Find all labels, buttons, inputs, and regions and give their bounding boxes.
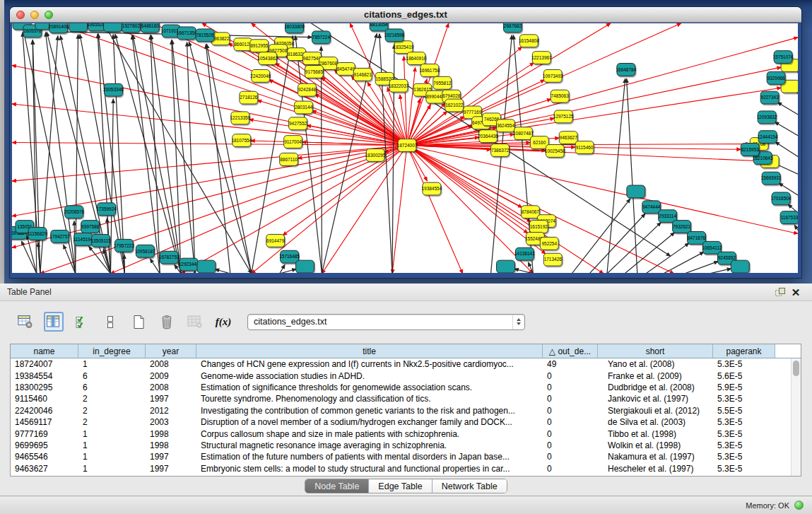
graph-node[interactable]: 1621022: [445, 99, 464, 112]
graph-node[interactable]: 1167533: [780, 211, 798, 224]
column-header-title[interactable]: title: [196, 344, 543, 358]
graph-node[interactable]: 18640910: [406, 52, 427, 65]
network-canvas[interactable]: 1872400718300295193845547963822866012889…: [12, 23, 798, 273]
clear-selection-icon[interactable]: [100, 312, 120, 332]
graph-node[interactable]: [296, 260, 314, 273]
graph-node[interactable]: [69, 23, 88, 32]
graph-node[interactable]: 8215953: [741, 144, 759, 156]
table-row[interactable]: 946362711997Embryonic stem cells: a mode…: [11, 463, 791, 474]
float-panel-icon[interactable]: [772, 285, 788, 299]
graph-node[interactable]: 9329966: [767, 71, 785, 84]
graph-edge[interactable]: [775, 142, 798, 157]
graph-node[interactable]: 10025458: [545, 145, 565, 158]
graph-node[interactable]: 7955812: [433, 76, 452, 89]
graph-node[interactable]: 18107554: [231, 134, 252, 147]
graph-node[interactable]: 15751074: [773, 51, 794, 64]
tab-network-table[interactable]: Network Table: [433, 479, 507, 493]
scrollbar-thumb[interactable]: [793, 361, 799, 376]
select-all-icon[interactable]: [72, 312, 92, 332]
graph-node[interactable]: 7386372: [491, 144, 510, 157]
graph-node[interactable]: 8784067: [521, 206, 539, 218]
column-header-in-degree[interactable]: in_degree: [78, 344, 146, 358]
zoom-window-icon[interactable]: [45, 11, 53, 19]
column-header-pagerank[interactable]: pagerank: [713, 344, 775, 358]
graph-node[interactable]: 6914479: [266, 234, 285, 247]
graph-node[interactable]: 19218596: [384, 29, 405, 42]
graph-node[interactable]: [731, 260, 749, 273]
graph-edge[interactable]: [646, 243, 689, 273]
graph-edge[interactable]: [113, 35, 124, 273]
graph-node[interactable]: 3624554: [497, 119, 515, 132]
graph-node[interactable]: 13505115: [90, 234, 111, 247]
column-header-short[interactable]: short: [598, 344, 713, 358]
graph-edge[interactable]: [12, 146, 400, 181]
graph-edge[interactable]: [410, 152, 463, 273]
graph-node[interactable]: 1527602: [122, 23, 140, 33]
graph-node[interactable]: 952254: [540, 237, 558, 250]
graph-node[interactable]: 9175685: [305, 65, 324, 78]
graph-edge[interactable]: [115, 34, 181, 273]
graph-node[interactable]: 7932621: [673, 221, 691, 233]
close-panel-icon[interactable]: ✕: [788, 285, 804, 299]
function-builder-icon[interactable]: f(x): [213, 312, 233, 332]
table-row[interactable]: 2242004622012Investigating the contribut…: [11, 405, 791, 416]
graph-node[interactable]: 1615192: [529, 221, 548, 233]
graph-node[interactable]: 9474444: [642, 201, 661, 214]
graph-edge[interactable]: [413, 148, 674, 273]
graph-node[interactable]: 9115460: [575, 141, 594, 154]
graph-edge[interactable]: [685, 262, 719, 273]
graph-edge[interactable]: [124, 255, 125, 273]
graph-node[interactable]: 6486160: [141, 23, 159, 33]
graph-edge[interactable]: [775, 122, 798, 135]
graph-edge[interactable]: [206, 45, 251, 273]
graph-edge[interactable]: [27, 235, 37, 273]
graph-edge[interactable]: [408, 67, 416, 138]
table-settings-icon[interactable]: [16, 312, 35, 332]
graph-edge[interactable]: [21, 241, 36, 273]
graph-node[interactable]: 11156829: [28, 228, 47, 240]
graph-node[interactable]: 9227343: [760, 91, 779, 104]
graph-node[interactable]: 9427552: [289, 117, 307, 130]
graph-node[interactable]: 12923448: [179, 258, 199, 271]
graph-node[interactable]: 16961758: [419, 64, 440, 77]
graph-node[interactable]: 9463627: [559, 132, 577, 144]
graph-node[interactable]: 19384554: [421, 182, 442, 195]
tab-node-table[interactable]: Node Table: [305, 479, 369, 493]
delete-table-icon[interactable]: [157, 312, 177, 332]
graph-edge[interactable]: [104, 23, 252, 273]
graph-node[interactable]: 8813054: [370, 23, 388, 31]
graph-node[interactable]: 1713426: [543, 253, 562, 266]
graph-edge[interactable]: [607, 78, 625, 273]
graph-node[interactable]: 10543862: [257, 52, 278, 65]
graph-node[interactable]: 17016504: [771, 192, 792, 205]
graph-node[interactable]: 16671358: [177, 27, 197, 40]
graph-edge[interactable]: [607, 223, 661, 273]
graph-edge[interactable]: [709, 269, 731, 273]
graph-node[interactable]: 22420046: [250, 69, 271, 82]
graph-node[interactable]: 18325419: [394, 41, 414, 54]
table-row[interactable]: 911546021997Tourette syndrome. Phenomeno…: [11, 393, 791, 404]
column-header-name[interactable]: name: [11, 344, 78, 358]
graph-node[interactable]: 10958187: [135, 245, 155, 257]
graph-node[interactable]: 7815526: [196, 29, 214, 42]
graph-node[interactable]: 17957223: [114, 239, 134, 252]
graph-node[interactable]: 8454749: [336, 63, 355, 76]
graph-node[interactable]: 18724007: [397, 139, 418, 152]
tab-edge-table[interactable]: Edge Table: [369, 479, 432, 493]
graph-edge[interactable]: [627, 78, 637, 273]
graph-node[interactable]: [104, 23, 122, 32]
graph-node[interactable]: 12444154: [758, 131, 778, 144]
graph-node[interactable]: 7485063: [551, 90, 569, 103]
graph-node[interactable]: 2718126: [240, 91, 258, 104]
table-row[interactable]: 1456911722003Disruption of a novel membe…: [11, 416, 791, 428]
graph-edge[interactable]: [206, 45, 230, 273]
new-table-icon[interactable]: [129, 312, 148, 332]
graph-node[interactable]: 9242848: [298, 83, 317, 96]
table-scrollbar[interactable]: [791, 358, 801, 476]
graph-node[interactable]: [627, 185, 645, 198]
graph-edge[interactable]: [392, 152, 406, 273]
graph-node[interactable]: 17359924: [96, 203, 117, 216]
graph-edge[interactable]: [151, 35, 160, 273]
table-row[interactable]: 1830029562008Estimation of significance …: [11, 382, 791, 393]
graph-edge[interactable]: [321, 47, 322, 273]
